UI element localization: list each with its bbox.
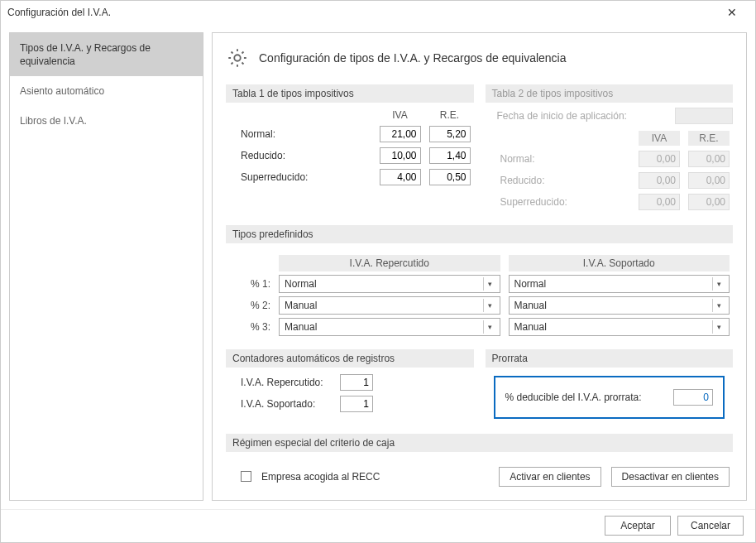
svg-point-0 xyxy=(234,55,240,60)
tabla2-reducido-re xyxy=(688,172,730,189)
tabla1-reducido-iva[interactable] xyxy=(380,147,421,164)
tabla1-header-iva: IVA xyxy=(380,109,421,121)
close-icon[interactable]: ✕ xyxy=(715,6,749,19)
tabla1-normal-iva[interactable] xyxy=(380,126,421,142)
predef-row2-sop-dropdown[interactable]: Manual▾ xyxy=(509,296,730,315)
chevron-down-icon: ▾ xyxy=(712,320,725,334)
prorrata-label: Prorrata xyxy=(486,349,734,368)
tabla2-header-iva: IVA xyxy=(639,131,680,146)
predef-row3-rep-dropdown[interactable]: Manual▾ xyxy=(279,318,500,336)
predef-header-rep: I.V.A. Repercutido xyxy=(279,255,500,272)
tabla1-normal-label: Normal: xyxy=(241,128,371,140)
tabla1-normal-re[interactable] xyxy=(429,126,471,142)
tabla1-super-re[interactable] xyxy=(429,169,471,185)
tabla1-reducido-label: Reducido: xyxy=(241,150,371,161)
sidebar: Tipos de I.V.A. y Recargos de equivalenc… xyxy=(9,32,203,501)
predef-row2-label: % 2: xyxy=(241,300,270,311)
predef-header-sop: I.V.A. Soportado xyxy=(509,255,730,272)
counter-sop-label: I.V.A. Soportado: xyxy=(241,398,332,410)
tabla1-reducido-re[interactable] xyxy=(429,147,471,164)
desactivar-clientes-button[interactable]: Desactivar en clientes xyxy=(611,467,730,487)
tabla2-reducido-label: Reducido: xyxy=(500,175,631,186)
chevron-down-icon: ▾ xyxy=(712,299,725,312)
activar-clientes-button[interactable]: Activar en clientes xyxy=(499,467,600,487)
chevron-down-icon: ▾ xyxy=(483,299,496,312)
content-panel: Configuración de tipos de I.V.A. y Recar… xyxy=(212,32,747,501)
recc-checkbox-label: Empresa acogida al RECC xyxy=(261,471,489,483)
chevron-down-icon: ▾ xyxy=(483,277,496,291)
tabla2-super-iva xyxy=(639,194,680,210)
prorrata-field-label: % deducible del I.V.A. prorrata: xyxy=(505,392,667,403)
recc-label: Régimen especial del criterio de caja xyxy=(226,434,733,452)
prorrata-frame: % deducible del I.V.A. prorrata: xyxy=(494,376,725,419)
counter-rep-label: I.V.A. Repercutido: xyxy=(241,377,332,388)
tabla2-normal-re xyxy=(688,151,730,167)
tabla2-reducido-iva xyxy=(639,172,680,189)
recc-checkbox[interactable] xyxy=(241,471,251,482)
tabla2-header-re: R.E. xyxy=(688,131,730,146)
window-title: Configuración del I.V.A. xyxy=(7,7,715,18)
tabla1-super-iva[interactable] xyxy=(380,169,421,185)
tabla1-super-label: Superreducido: xyxy=(241,171,371,183)
predef-row1-label: % 1: xyxy=(241,278,270,290)
tabla2-super-re xyxy=(688,194,730,210)
predef-row3-label: % 3: xyxy=(241,321,270,333)
counters-label: Contadores automáticos de registros xyxy=(226,349,474,368)
chevron-down-icon: ▾ xyxy=(712,277,725,291)
prorrata-input[interactable] xyxy=(673,389,713,406)
tabla2-normal-iva xyxy=(639,151,680,167)
sidebar-item-libros[interactable]: Libros de I.V.A. xyxy=(10,106,203,136)
predef-row1-rep-dropdown[interactable]: Normal▾ xyxy=(279,275,500,293)
predef-row3-sop-dropdown[interactable]: Manual▾ xyxy=(509,318,730,336)
tabla2-label: Tabla 2 de tipos impositivos xyxy=(486,84,734,103)
tabla1-header-re: R.E. xyxy=(429,109,471,121)
tabla1-label: Tabla 1 de tipos impositivos xyxy=(226,84,474,103)
tabla2-date-label: Fecha de inicio de aplicación: xyxy=(497,110,669,122)
tabla2-date-field[interactable] xyxy=(675,108,733,124)
sidebar-item-tipos-iva[interactable]: Tipos de I.V.A. y Recargos de equivalenc… xyxy=(10,33,203,76)
chevron-down-icon: ▾ xyxy=(483,320,496,334)
sidebar-item-asiento[interactable]: Asiento automático xyxy=(10,76,203,106)
predef-row1-sop-dropdown[interactable]: Normal▾ xyxy=(509,275,730,293)
tabla2-super-label: Superreducido: xyxy=(500,196,631,208)
counter-sop-input[interactable] xyxy=(340,396,373,412)
accept-button[interactable]: Aceptar xyxy=(605,516,671,536)
predef-row2-rep-dropdown[interactable]: Manual▾ xyxy=(279,296,500,315)
cancel-button[interactable]: Cancelar xyxy=(677,516,744,536)
gear-icon xyxy=(226,46,249,70)
predef-label: Tipos predefinidos xyxy=(226,225,733,243)
content-title: Configuración de tipos de I.V.A. y Recar… xyxy=(259,51,567,65)
tabla2-normal-label: Normal: xyxy=(500,153,631,165)
counter-rep-input[interactable] xyxy=(340,374,373,391)
